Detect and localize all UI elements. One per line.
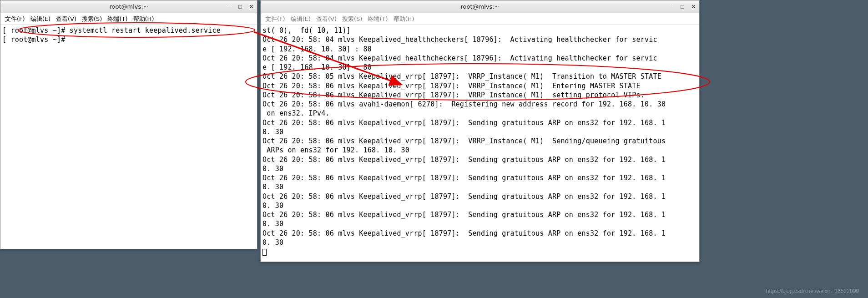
- terminal-line: Oct 26 20: 58: 06 mlvs Keepalived_vrrp[ …: [262, 210, 697, 219]
- minimize-button[interactable]: –: [667, 2, 676, 10]
- terminal-line: e [ 192. 168. 10. 30] : 80: [262, 45, 697, 54]
- terminal-line: Oct 26 20: 58: 05 mlvs Keepalived_vrrp[ …: [262, 72, 697, 81]
- menu-help[interactable]: 帮助(H): [133, 15, 154, 23]
- terminal-line: Oct 26 20: 58: 06 mlvs Keepalived_vrrp[ …: [262, 155, 697, 164]
- terminal-line: 0. 30: [262, 182, 697, 192]
- terminal-line: 0. 30: [262, 201, 697, 210]
- terminal-line: Oct 26 20: 58: 04 mlvs Keepalived_health…: [262, 35, 697, 44]
- terminal-line: st( 0), fd( 10, 11)]: [262, 26, 697, 35]
- menu-view[interactable]: 查看(V): [316, 15, 337, 23]
- terminal-output-right[interactable]: st( 0), fd( 10, 11)]Oct 26 20: 58: 04 ml…: [261, 25, 699, 262]
- window-controls: – □ ✕: [225, 2, 255, 10]
- terminal-line: e [ 192. 168. 10. 30] : 80: [262, 63, 697, 72]
- terminal-line: Oct 26 20: 58: 06 mlvs Keepalived_vrrp[ …: [262, 136, 697, 146]
- menu-search[interactable]: 搜索(S): [342, 15, 362, 23]
- menu-edit[interactable]: 编辑(E): [30, 15, 50, 23]
- watermark: https://blog.csdn.net/weixin_36522099: [766, 288, 859, 294]
- menu-help[interactable]: 帮助(H): [394, 15, 414, 23]
- menu-terminal[interactable]: 终端(T): [107, 15, 127, 23]
- terminal-line: on ens32. IPv4.: [262, 109, 697, 118]
- close-button[interactable]: ✕: [689, 2, 697, 10]
- terminal-line: [ root@mlvs ~]#: [2, 35, 255, 44]
- titlebar-right[interactable]: root@mlvs:~ – □ ✕: [261, 0, 699, 13]
- menu-view[interactable]: 查看(V): [56, 15, 76, 23]
- terminal-line: Oct 26 20: 58: 06 mlvs Keepalived_vrrp[ …: [262, 81, 697, 91]
- maximize-button[interactable]: □: [678, 2, 686, 10]
- minimize-button[interactable]: –: [225, 2, 233, 10]
- menu-terminal[interactable]: 终端(T): [368, 15, 388, 23]
- terminal-line: 0. 30: [262, 127, 697, 136]
- titlebar-left[interactable]: root@mlvs:~ – □ ✕: [0, 0, 257, 13]
- terminal-line: Oct 26 20: 58: 06 mlvs Keepalived_vrrp[ …: [262, 192, 697, 201]
- terminal-line: 0. 30: [262, 219, 697, 228]
- cursor-icon: [262, 249, 267, 256]
- terminal-cursor-line: [262, 247, 697, 256]
- terminal-line: Oct 26 20: 58: 06 mlvs Keepalived_vrrp[ …: [262, 229, 697, 238]
- terminal-line: Oct 26 20: 58: 06 mlvs Keepalived_vrrp[ …: [262, 173, 697, 182]
- window-title: root@mlvs:~: [460, 3, 499, 10]
- maximize-button[interactable]: □: [236, 2, 244, 10]
- terminal-line: Oct 26 20: 58: 04 mlvs Keepalived_health…: [262, 54, 697, 63]
- window-title: root@mlvs:~: [109, 3, 148, 10]
- menu-file[interactable]: 文件(F): [265, 15, 285, 23]
- terminal-line: Oct 26 20: 58: 06 mlvs Keepalived_vrrp[ …: [262, 91, 697, 100]
- close-button[interactable]: ✕: [247, 2, 255, 10]
- terminal-output-left[interactable]: [ root@mlvs ~]# systemctl restart keepal…: [0, 25, 257, 249]
- menu-search[interactable]: 搜索(S): [82, 15, 102, 23]
- terminal-line: [ root@mlvs ~]# systemctl restart keepal…: [2, 26, 255, 35]
- terminal-window-right: root@mlvs:~ – □ ✕ 文件(F) 编辑(E) 查看(V) 搜索(S…: [260, 0, 700, 262]
- terminal-window-left: root@mlvs:~ – □ ✕ 文件(F) 编辑(E) 查看(V) 搜索(S…: [0, 0, 257, 249]
- window-controls: – □ ✕: [667, 2, 697, 10]
- menubar-left: 文件(F) 编辑(E) 查看(V) 搜索(S) 终端(T) 帮助(H): [0, 13, 257, 25]
- terminal-line: ARPs on ens32 for 192. 168. 10. 30: [262, 146, 697, 155]
- terminal-line: Oct 26 20: 58: 06 mlvs avahi-daemon[ 627…: [262, 100, 697, 109]
- menubar-right: 文件(F) 编辑(E) 查看(V) 搜索(S) 终端(T) 帮助(H): [261, 13, 699, 25]
- menu-edit[interactable]: 编辑(E): [291, 15, 311, 23]
- terminal-line: 0. 30: [262, 238, 697, 247]
- terminal-line: 0. 30: [262, 164, 697, 173]
- menu-file[interactable]: 文件(F): [5, 15, 25, 23]
- terminal-line: Oct 26 20: 58: 06 mlvs Keepalived_vrrp[ …: [262, 118, 697, 127]
